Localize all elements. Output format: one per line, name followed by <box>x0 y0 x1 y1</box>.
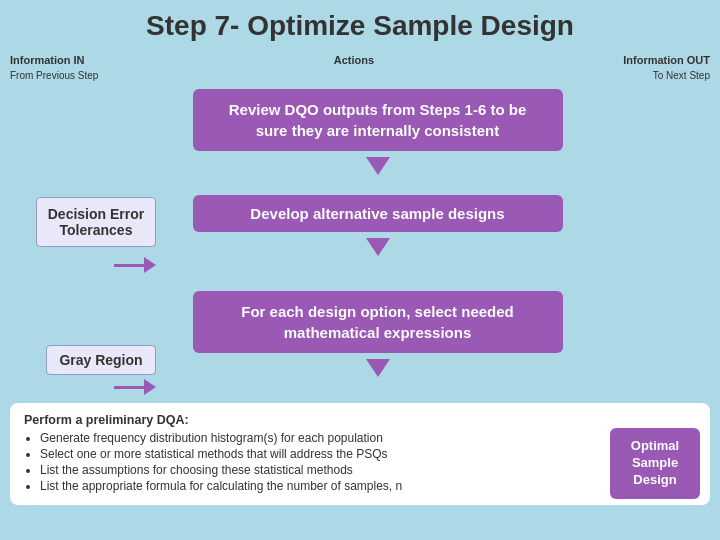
from-previous-label: From Previous Step <box>10 70 98 81</box>
action-box-3: For each design option, select needed ma… <box>193 291 563 353</box>
bullet-2: Select one or more statistical methods t… <box>40 447 696 461</box>
to-next-label: To Next Step <box>653 70 710 81</box>
bullet-3: List the assumptions for choosing these … <box>40 463 696 477</box>
info-in-label: Information IN <box>10 54 85 66</box>
action-box-2: Develop alternative sample designs <box>193 195 563 232</box>
info-out-label: Information OUT <box>623 54 710 66</box>
dqa-title: Perform a preliminary DQA: <box>24 413 696 427</box>
bullet-4: List the appropriate formula for calcula… <box>40 479 696 493</box>
decision-error-tolerances-label: Decision ErrorTolerances <box>36 197 156 247</box>
dqa-bullets-list: Generate frequency distribution histogra… <box>40 431 696 493</box>
optimal-sample-design-box: Optimal Sample Design <box>610 428 700 499</box>
bottom-dqa-box: Perform a preliminary DQA: Generate freq… <box>10 403 710 505</box>
actions-label: Actions <box>334 54 374 66</box>
gray-region-label: Gray Region <box>46 345 156 375</box>
action-box-1: Review DQO outputs from Steps 1-6 to be … <box>193 89 563 151</box>
page-title: Step 7- Optimize Sample Design <box>0 0 720 50</box>
bullet-1: Generate frequency distribution histogra… <box>40 431 696 445</box>
